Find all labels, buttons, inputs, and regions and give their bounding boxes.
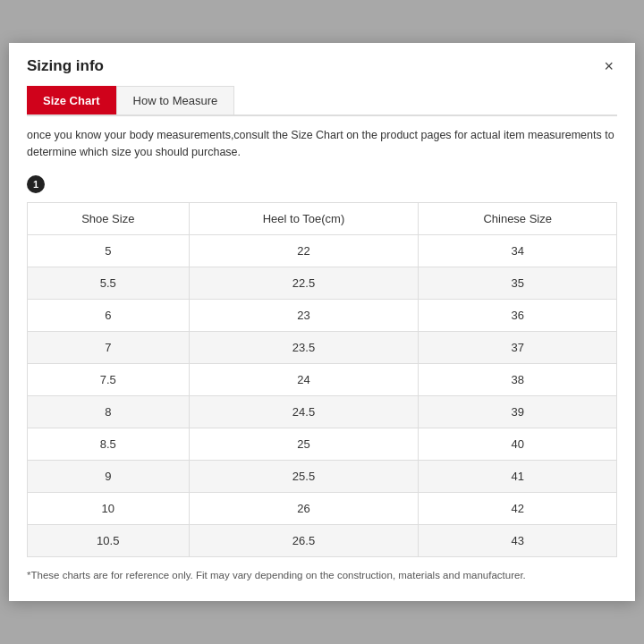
step-badge: 1 — [27, 175, 45, 193]
close-button[interactable]: × — [600, 58, 617, 74]
table-row: 723.537 — [28, 331, 617, 363]
modal-title: Sizing info — [27, 57, 104, 75]
table-cell: 36 — [419, 299, 617, 331]
table-row: 62336 — [28, 299, 617, 331]
table-cell: 8 — [28, 395, 190, 428]
table-cell: 7 — [28, 331, 190, 363]
table-cell: 5 — [28, 234, 190, 267]
table-cell: 42 — [419, 492, 617, 524]
table-row: 5.522.535 — [28, 267, 617, 299]
modal-header: Sizing info × — [27, 57, 617, 75]
table-cell: 38 — [419, 363, 617, 395]
table-cell: 41 — [419, 460, 617, 492]
col-header-shoe-size: Shoe Size — [28, 202, 190, 234]
size-chart-description: once you know your body measurements,con… — [27, 127, 617, 161]
table-cell: 26.5 — [189, 524, 419, 556]
table-row: 7.52438 — [28, 363, 617, 395]
table-cell: 23 — [189, 299, 419, 331]
footnote: *These charts are for reference only. Fi… — [27, 568, 617, 583]
modal-overlay: Sizing info × Size Chart How to Measure … — [0, 0, 644, 644]
table-row: 10.526.543 — [28, 524, 617, 556]
table-cell: 24.5 — [189, 395, 419, 428]
table-cell: 25 — [189, 428, 419, 460]
table-cell: 8.5 — [28, 428, 190, 460]
table-body: 522345.522.53562336723.5377.52438824.539… — [28, 234, 617, 556]
table-row: 52234 — [28, 234, 617, 267]
modal: Sizing info × Size Chart How to Measure … — [9, 43, 635, 601]
table-row: 925.541 — [28, 460, 617, 492]
table-cell: 40 — [419, 428, 617, 460]
table-cell: 10 — [28, 492, 190, 524]
tab-size-chart[interactable]: Size Chart — [27, 86, 116, 114]
table-row: 102642 — [28, 492, 617, 524]
table-cell: 7.5 — [28, 363, 190, 395]
table-row: 824.539 — [28, 395, 617, 428]
size-chart-table: Shoe Size Heel to Toe(cm) Chinese Size 5… — [27, 202, 617, 557]
table-cell: 10.5 — [28, 524, 190, 556]
table-cell: 22 — [189, 234, 419, 267]
table-cell: 43 — [419, 524, 617, 556]
table-cell: 23.5 — [189, 331, 419, 363]
col-header-chinese-size: Chinese Size — [419, 202, 617, 234]
table-cell: 35 — [419, 267, 617, 299]
table-cell: 9 — [28, 460, 190, 492]
table-cell: 34 — [419, 234, 617, 267]
table-cell: 37 — [419, 331, 617, 363]
table-cell: 6 — [28, 299, 190, 331]
table-header-row: Shoe Size Heel to Toe(cm) Chinese Size — [28, 202, 617, 234]
table-cell: 25.5 — [189, 460, 419, 492]
table-cell: 5.5 — [28, 267, 190, 299]
tab-how-to-measure[interactable]: How to Measure — [116, 86, 235, 114]
table-cell: 22.5 — [189, 267, 419, 299]
table-cell: 39 — [419, 395, 617, 428]
table-cell: 24 — [189, 363, 419, 395]
table-row: 8.52540 — [28, 428, 617, 460]
table-cell: 26 — [189, 492, 419, 524]
col-header-heel-to-toe: Heel to Toe(cm) — [189, 202, 419, 234]
tabs-container: Size Chart How to Measure — [27, 86, 617, 116]
